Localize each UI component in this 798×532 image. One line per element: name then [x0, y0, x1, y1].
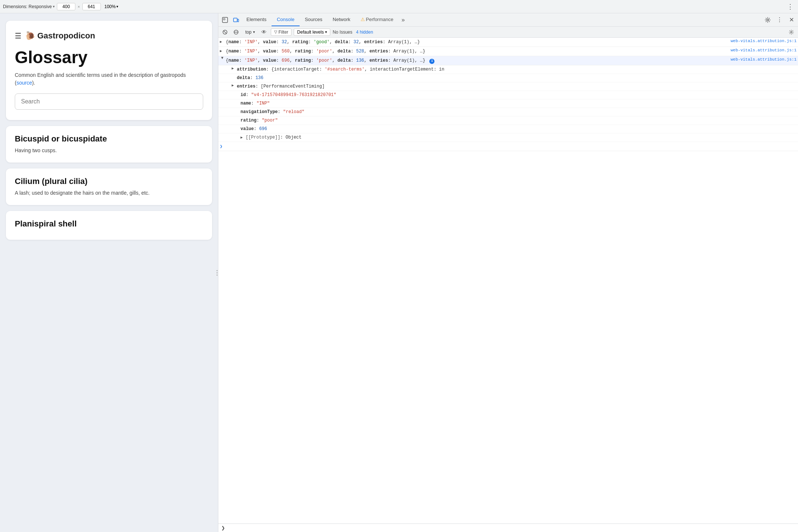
- more-options-icon[interactable]: ⋮: [774, 15, 785, 25]
- devtools-tabs: Elements Console Sources Network ⚠ Perfo…: [241, 13, 763, 26]
- clear-console-icon[interactable]: [221, 28, 229, 37]
- glossary-title: Glossary: [15, 48, 203, 67]
- svg-point-9: [791, 31, 792, 33]
- toggle-arrow-3[interactable]: ▶: [220, 57, 225, 63]
- console-entry-3[interactable]: ▶ {name: 'INP', value: 696, rating: 'poo…: [218, 56, 798, 65]
- gc-rating: rating: "poor": [218, 116, 798, 125]
- svg-rect-1: [224, 18, 225, 20]
- console-prompt-icon: ❯: [221, 525, 225, 531]
- console-entry-3-wrapper: ▶ {name: 'INP', value: 696, rating: 'poo…: [218, 56, 798, 142]
- no-issues-label: No Issues: [332, 30, 352, 35]
- header-card: ☰ 🐌 Gastropodicon Glossary Common Englis…: [6, 21, 212, 120]
- devtools-topbar: Elements Console Sources Network ⚠ Perfo…: [218, 13, 798, 27]
- gc-value: value: 696: [218, 125, 798, 133]
- devtools-secondbar: top ▾ 👁 ▽ Filter Default levels ▾ No Iss…: [218, 27, 798, 38]
- dim-x-separator: ×: [78, 4, 80, 9]
- child-text-entries: entries: [PerformanceEventTiming]: [237, 83, 797, 90]
- console-input[interactable]: [227, 525, 795, 531]
- info-badge: i: [429, 59, 434, 64]
- glossary-entry-bicuspid: Bicuspid or bicuspidate Having two cusps…: [6, 126, 212, 163]
- console-entry-2[interactable]: ▶ {name: 'INP', value: 560, rating: 'poo…: [218, 47, 798, 56]
- console-text-2: {name: 'INP', value: 560, rating: 'poor'…: [226, 48, 726, 55]
- glossary-description: Common English and scientific terms used…: [15, 71, 203, 87]
- tab-elements[interactable]: Elements: [241, 13, 272, 26]
- console-settings-icon[interactable]: [787, 28, 796, 37]
- gc-name: name: "INP": [218, 99, 798, 108]
- child-toggle-attribution[interactable]: ▶: [232, 66, 237, 71]
- tab-performance[interactable]: ⚠ Performance: [355, 13, 398, 26]
- gc-navigation-type: navigationType: "reload": [218, 108, 798, 116]
- svg-rect-2: [233, 18, 237, 22]
- responsive-icon[interactable]: [231, 15, 241, 25]
- stop-recording-icon[interactable]: [232, 28, 241, 37]
- source-link[interactable]: source: [17, 80, 32, 86]
- topbar: Dimensions: Responsive ▾ × 100% ▾ ⋮: [0, 0, 798, 13]
- console-output: ▶ {name: 'INP', value: 32, rating: 'good…: [218, 38, 798, 524]
- console-text-3: {name: 'INP', value: 696, rating: 'poor'…: [226, 57, 726, 64]
- site-logo: 🐌 Gastropodicon: [25, 31, 95, 41]
- tab-sources[interactable]: Sources: [300, 13, 328, 26]
- child-text-delta: delta: 136: [237, 75, 797, 81]
- level-chevron-icon: ▾: [325, 30, 327, 34]
- hamburger-icon[interactable]: ☰: [15, 31, 21, 40]
- resize-handle[interactable]: [216, 13, 218, 532]
- width-input[interactable]: [57, 3, 75, 10]
- resize-dot: [216, 270, 218, 271]
- console-child-attribution[interactable]: ▶ attribution: {interactionTarget: '#sea…: [218, 65, 798, 74]
- preview-inner: ☰ 🐌 Gastropodicon Glossary Common Englis…: [0, 13, 218, 532]
- zoom-chevron-icon: ▾: [116, 4, 118, 8]
- entry-term: Cilium (plural cilia): [15, 177, 203, 186]
- tab-console[interactable]: Console: [272, 13, 300, 26]
- resize-dot: [216, 272, 218, 273]
- main-area: ☰ 🐌 Gastropodicon Glossary Common Englis…: [0, 13, 798, 532]
- devtools-icons-right: ⋮ ✕: [763, 15, 797, 25]
- gc-prototype[interactable]: ▶ [[Prototype]]: Object: [218, 133, 798, 142]
- resize-dots: [216, 270, 218, 276]
- console-link-3[interactable]: web-vitals.attribution.js:1: [726, 57, 797, 62]
- height-input[interactable]: [82, 3, 101, 10]
- glossary-entry-cilium: Cilium (plural cilia) A lash; used to de…: [6, 168, 212, 205]
- topbar-left: Dimensions: Responsive ▾ × 100% ▾: [3, 3, 783, 10]
- close-devtools-icon[interactable]: ✕: [786, 15, 797, 25]
- entry-definition: Having two cusps.: [15, 147, 203, 154]
- child-text-attribution: attribution: {interactionTarget: '#searc…: [237, 66, 797, 73]
- more-tabs-button[interactable]: »: [399, 13, 408, 26]
- console-entry-1[interactable]: ▶ {name: 'INP', value: 32, rating: 'good…: [218, 38, 798, 47]
- console-input-row: ❯: [218, 524, 798, 532]
- console-child-entries[interactable]: ▶ entries: [PerformanceEventTiming]: [218, 82, 798, 91]
- chevron-down-icon: ▾: [53, 4, 55, 8]
- resize-dot: [216, 274, 218, 276]
- toggle-arrow-1[interactable]: ▶: [220, 39, 226, 44]
- element-select-icon[interactable]: [220, 15, 230, 25]
- preview-panel: ☰ 🐌 Gastropodicon Glossary Common Englis…: [0, 13, 218, 532]
- entry-definition: A lash; used to designate the hairs on t…: [15, 189, 203, 197]
- filter-button[interactable]: ▽ Filter: [271, 28, 292, 36]
- console-cursor-line: ❯: [218, 142, 798, 151]
- console-text-1: {name: 'INP', value: 32, rating: 'good',…: [226, 39, 726, 45]
- svg-line-6: [224, 31, 226, 33]
- console-link-1[interactable]: web-vitals.attribution.js:1: [726, 39, 797, 43]
- topbar-more-button[interactable]: ⋮: [785, 3, 795, 11]
- context-selector[interactable]: top ▾: [243, 28, 258, 36]
- toggle-arrow-2[interactable]: ▶: [220, 48, 226, 53]
- filter-icon: ▽: [274, 30, 277, 34]
- child-toggle-prototype[interactable]: ▶: [241, 135, 246, 140]
- svg-point-4: [767, 19, 769, 21]
- hidden-count-label[interactable]: 4 hidden: [356, 30, 373, 35]
- console-link-2[interactable]: web-vitals.attribution.js:1: [726, 48, 797, 52]
- devtools-icons-left: [220, 15, 241, 25]
- settings-icon[interactable]: [763, 15, 773, 25]
- log-level-select[interactable]: Default levels ▾: [294, 28, 330, 36]
- warning-icon: ⚠: [361, 17, 365, 22]
- devtools-panel: Elements Console Sources Network ⚠ Perfo…: [218, 13, 798, 532]
- dimensions-label[interactable]: Dimensions: Responsive ▾: [3, 4, 55, 9]
- gc-id: id: "v4-1715704899419-7631921820701": [218, 91, 798, 99]
- search-input[interactable]: [15, 93, 203, 110]
- entry-term: Planispiral shell: [15, 219, 203, 229]
- tab-network[interactable]: Network: [328, 13, 356, 26]
- console-child-delta: ▶ delta: 136: [218, 74, 798, 82]
- zoom-select[interactable]: 100% ▾: [103, 3, 120, 10]
- eye-icon[interactable]: 👁: [260, 28, 269, 37]
- child-toggle-entries[interactable]: ▶: [232, 83, 237, 88]
- entry-term: Bicuspid or bicuspidate: [15, 134, 203, 144]
